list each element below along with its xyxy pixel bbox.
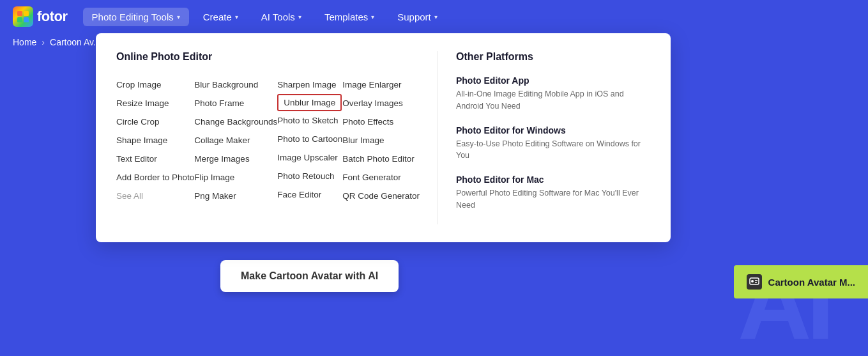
dropdown-divider	[438, 51, 438, 224]
menu-item-change-backgrounds[interactable]: Change Backgrounds	[194, 112, 277, 131]
menu-item-blur-background[interactable]: Blur Background	[194, 75, 277, 94]
svg-rect-2	[17, 17, 22, 22]
menu-item-blur-image[interactable]: Blur Image	[342, 131, 420, 150]
chevron-down-icon: ▾	[298, 13, 301, 20]
cartoon-avatar-button[interactable]: Make Cartoon Avatar with AI	[220, 260, 399, 292]
cartoon-avatar-badge-label: Cartoon Avatar M...	[768, 277, 855, 288]
platform-windows-title: Photo Editor for Windows	[456, 125, 650, 135]
menu-grid: Crop Image Resize Image Circle Crop Shap…	[116, 75, 420, 205]
menu-col-2: Blur Background Photo Frame Change Backg…	[194, 75, 277, 205]
menu-item-png-maker[interactable]: Png Maker	[194, 187, 277, 205]
navbar: fotor Photo Editing Tools ▾ Create ▾ AI …	[0, 0, 868, 33]
chevron-down-icon: ▾	[434, 13, 438, 20]
unblur-image-wrapper: Unblur Image	[277, 94, 342, 111]
menu-item-photo-effects[interactable]: Photo Effects	[342, 112, 420, 131]
menu-item-sharpen-image[interactable]: Sharpen Image	[277, 75, 342, 94]
svg-rect-0	[17, 11, 22, 16]
dropdown-section-editor: Online Photo Editor Crop Image Resize Im…	[116, 51, 420, 224]
menu-item-text-editor[interactable]: Text Editor	[116, 150, 194, 168]
svg-point-5	[751, 280, 754, 282]
menu-item-crop-image[interactable]: Crop Image	[116, 75, 194, 94]
menu-col-3: Sharpen Image Unblur Image Photo to Sket…	[277, 75, 342, 205]
section-title-platforms: Other Platforms	[456, 51, 650, 63]
ai-background-text: AI	[738, 245, 830, 356]
menu-item-shape-image[interactable]: Shape Image	[116, 131, 194, 150]
menu-item-image-enlarger[interactable]: Image Enlarger	[342, 75, 420, 94]
menu-item-resize-image[interactable]: Resize Image	[116, 94, 194, 112]
logo[interactable]: fotor	[13, 6, 68, 27]
menu-item-merge-images[interactable]: Merge Images	[194, 150, 277, 168]
menu-item-batch-photo-editor[interactable]: Batch Photo Editor	[342, 150, 420, 168]
platform-app[interactable]: Photo Editor App All-in-One Image Editin…	[456, 75, 650, 112]
menu-item-unblur-image[interactable]: Unblur Image	[277, 94, 342, 111]
platform-mac-title: Photo Editor for Mac	[456, 174, 650, 185]
platform-windows[interactable]: Photo Editor for Windows Easy-to-Use Pho…	[456, 125, 650, 162]
menu-item-photo-to-cartoon[interactable]: Photo to Cartoon	[277, 130, 342, 148]
menu-item-image-upscaler[interactable]: Image Upscaler	[277, 148, 342, 167]
section-title-editor: Online Photo Editor	[116, 51, 420, 63]
dropdown-section-platforms: Other Platforms Photo Editor App All-in-…	[456, 51, 650, 224]
menu-item-photo-retouch[interactable]: Photo Retouch	[277, 167, 342, 185]
menu-col-1: Crop Image Resize Image Circle Crop Shap…	[116, 75, 194, 205]
platform-app-title: Photo Editor App	[456, 75, 650, 86]
fotor-logo-icon	[13, 6, 33, 27]
platform-windows-desc: Easy-to-Use Photo Editing Software on Wi…	[456, 138, 650, 162]
nav-support[interactable]: Support ▾	[388, 8, 446, 26]
platform-mac[interactable]: Photo Editor for Mac Powerful Photo Edit…	[456, 174, 650, 212]
nav-ai-tools[interactable]: AI Tools ▾	[252, 8, 310, 26]
menu-item-collage-maker[interactable]: Collage Maker	[194, 131, 277, 150]
svg-rect-6	[755, 280, 758, 281]
menu-item-photo-frame[interactable]: Photo Frame	[194, 94, 277, 112]
menu-item-photo-to-sketch[interactable]: Photo to Sketch	[277, 111, 342, 130]
dropdown-panel: Online Photo Editor Crop Image Resize Im…	[96, 33, 671, 242]
menu-item-face-editor[interactable]: Face Editor	[277, 185, 342, 204]
cartoon-avatar-badge[interactable]: Cartoon Avatar M...	[734, 265, 868, 298]
chevron-down-icon: ▾	[371, 13, 374, 20]
menu-col-4: Image Enlarger Overlay Images Photo Effe…	[342, 75, 420, 205]
menu-item-circle-crop[interactable]: Circle Crop	[116, 112, 194, 131]
breadcrumb-current: Cartoon Av...	[50, 37, 101, 47]
menu-item-see-all[interactable]: See All	[116, 187, 194, 205]
nav-templates[interactable]: Templates ▾	[316, 8, 383, 26]
nav-photo-editing-tools[interactable]: Photo Editing Tools ▾	[83, 8, 189, 26]
svg-rect-1	[24, 11, 29, 16]
menu-item-flip-image[interactable]: Flip Image	[194, 168, 277, 187]
menu-item-qr-code-generator[interactable]: QR Code Generator	[342, 187, 420, 205]
breadcrumb-home[interactable]: Home	[13, 37, 36, 47]
menu-item-add-border[interactable]: Add Border to Photo	[116, 168, 194, 187]
menu-item-overlay-images[interactable]: Overlay Images	[342, 94, 420, 112]
breadcrumb-separator: ›	[42, 37, 45, 47]
logo-text: fotor	[37, 8, 68, 25]
svg-rect-3	[24, 17, 29, 22]
chevron-down-icon: ▾	[177, 13, 180, 20]
chevron-down-icon: ▾	[235, 13, 238, 20]
badge-icon	[747, 274, 762, 290]
svg-rect-7	[755, 282, 757, 283]
menu-item-font-generator[interactable]: Font Generator	[342, 168, 420, 187]
platform-mac-desc: Powerful Photo Editing Software for Mac …	[456, 187, 650, 212]
platform-app-desc: All-in-One Image Editing Mobile App in i…	[456, 88, 650, 112]
nav-create[interactable]: Create ▾	[194, 8, 247, 26]
